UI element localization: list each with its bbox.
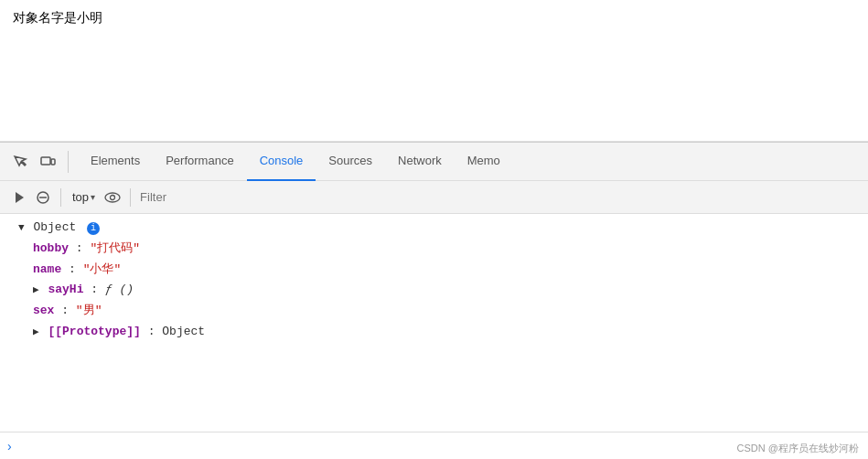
expand-triangle[interactable]: ▼	[18, 222, 25, 233]
devtools-tabs: Elements Performance Console Sources Net…	[74, 143, 861, 181]
svg-marker-2	[16, 192, 24, 203]
name-property-line: name : "小华"	[0, 260, 868, 281]
device-toggle-icon[interactable]	[35, 149, 60, 175]
prototype-line[interactable]: ▶ [[Prototype]] : Object	[0, 322, 868, 343]
filter-input[interactable]	[136, 190, 861, 204]
sex-value: "男"	[76, 304, 102, 317]
context-dropdown[interactable]: top ▾	[72, 190, 95, 204]
run-script-icon[interactable]	[7, 186, 31, 209]
info-badge[interactable]: i	[87, 222, 100, 235]
webpage-text: 对象名字是小明	[13, 10, 102, 25]
tab-performance[interactable]: Performance	[153, 143, 246, 181]
inspect-icon[interactable]	[7, 149, 33, 175]
console-toolbar: top ▾	[0, 181, 868, 214]
eye-icon[interactable]	[101, 186, 124, 209]
svg-point-5	[105, 193, 120, 202]
svg-point-6	[111, 195, 115, 199]
hobby-key: hobby	[33, 241, 69, 255]
tab-network[interactable]: Network	[385, 143, 455, 181]
sex-property-line: sex : "男"	[0, 301, 868, 322]
svg-rect-0	[41, 157, 50, 165]
console-separator	[60, 188, 61, 207]
name-value: "小华"	[83, 262, 122, 276]
watermark: CSDN @程序员在线炒河粉	[737, 442, 859, 455]
prompt-icon: ›	[7, 439, 12, 454]
tab-console[interactable]: Console	[247, 143, 316, 181]
sayhi-value: ƒ ()	[105, 283, 134, 296]
console-separator-2	[130, 188, 131, 207]
devtools-toolbar: Elements Performance Console Sources Net…	[0, 143, 868, 181]
tab-memo[interactable]: Memo	[455, 143, 513, 181]
hobby-value: "打代码"	[90, 241, 140, 255]
webpage-area: 对象名字是小明	[0, 0, 868, 142]
chevron-down-icon: ▾	[91, 192, 95, 202]
sayhi-property-line[interactable]: ▶ sayHi : ƒ ()	[0, 280, 868, 301]
tab-elements[interactable]: Elements	[78, 143, 153, 181]
devtools-panel: Elements Performance Console Sources Net…	[0, 142, 868, 459]
object-root-line[interactable]: ▼ Object i	[0, 218, 868, 239]
sayhi-key: sayHi	[48, 283, 83, 296]
proto-expand-triangle[interactable]: ▶	[33, 326, 39, 337]
proto-key: [[Prototype]]	[48, 325, 140, 338]
object-label: Object	[33, 220, 76, 234]
sex-key: sex	[33, 304, 54, 317]
svg-rect-1	[51, 159, 55, 165]
toolbar-separator	[68, 151, 69, 173]
hobby-property-line: hobby : "打代码"	[0, 239, 868, 260]
sayhi-expand-triangle[interactable]: ▶	[33, 284, 39, 295]
console-output: ▼ Object i hobby : "打代码" name : "小华" ▶ s…	[0, 214, 868, 432]
clear-console-icon[interactable]	[31, 186, 55, 209]
tab-sources[interactable]: Sources	[316, 143, 385, 181]
name-key: name	[33, 262, 61, 276]
proto-value: Object	[162, 325, 205, 338]
